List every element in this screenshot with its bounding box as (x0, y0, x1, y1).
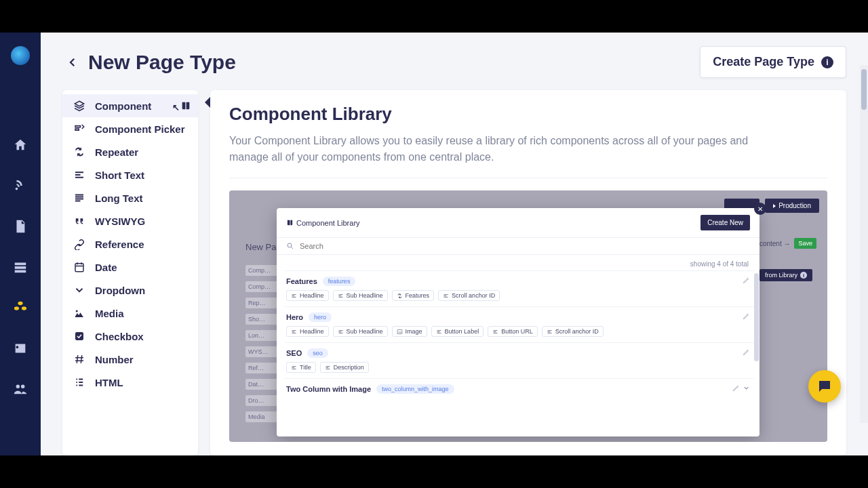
field-label: Repeater (95, 146, 138, 158)
panel-description: Your Component Library allows you to eas… (229, 133, 779, 165)
svg-point-3 (288, 243, 292, 247)
field-type-long-text[interactable]: Long Text (62, 186, 198, 209)
picker-icon (72, 123, 87, 135)
field-type-component[interactable]: Component↖ (62, 94, 198, 117)
library-preview: Production New Page is content → Save fr… (229, 190, 827, 442)
field-label: Checkbox (95, 331, 144, 342)
field-chip: Scroll anchor ID (542, 326, 604, 337)
calendar-icon (72, 261, 87, 273)
info-icon: i (800, 272, 807, 279)
library-row[interactable]: Two Column with Image two_column_with_im… (285, 378, 754, 403)
chevron-down-icon (72, 284, 87, 296)
svg-rect-2 (75, 332, 83, 340)
field-type-number[interactable]: Number (62, 348, 198, 371)
panel-title: Component Library (229, 104, 827, 125)
field-chip: Scroll anchor ID (438, 290, 500, 301)
field-chip: Button URL (488, 326, 538, 337)
panel-component-library: Component Library Your Component Library… (210, 90, 846, 455)
field-chip: Image (392, 326, 427, 337)
field-type-checkbox[interactable]: Checkbox (62, 325, 198, 348)
field-label: Dropdown (95, 285, 145, 296)
row-name: Features (286, 277, 317, 285)
create-page-type-label: Create Page Type (713, 55, 814, 69)
field-chip: Description (320, 362, 369, 373)
library-row[interactable]: Hero hero HeadlineSub HeadlineImageButto… (285, 306, 754, 342)
field-type-list: Component↖Component PickerRepeaterShort … (62, 90, 198, 455)
field-chip: Sub Headline (333, 290, 388, 301)
list-scrollbar[interactable] (754, 273, 760, 434)
library-row[interactable]: Features features HeadlineSub HeadlineFe… (285, 270, 754, 306)
layers-icon (72, 100, 87, 112)
nav-media-icon[interactable] (11, 339, 30, 358)
svg-rect-4 (397, 329, 402, 333)
field-label: Component (95, 100, 151, 112)
field-type-component-picker[interactable]: Component Picker (62, 117, 198, 140)
create-page-type-button[interactable]: Create Page Type i (700, 46, 846, 78)
field-label: WYSIWYG (95, 216, 145, 227)
library-row[interactable]: SEO seo TitleDescription (285, 342, 754, 378)
field-label: Short Text (95, 169, 144, 181)
nav-home-icon[interactable] (11, 136, 30, 155)
row-slug: seo (307, 348, 328, 358)
edit-row-button[interactable] (743, 348, 750, 356)
row-name: Hero (286, 313, 303, 321)
field-chip: Sub Headline (333, 326, 388, 337)
row-slug: hero (309, 312, 332, 322)
field-chip: Button Label (431, 326, 484, 337)
edit-row-button[interactable] (743, 312, 750, 320)
edit-row-button[interactable] (743, 277, 750, 284)
nav-users-icon[interactable] (11, 380, 30, 399)
field-chip: Headline (286, 326, 329, 337)
field-chip: Title (286, 362, 316, 373)
row-name: SEO (286, 349, 302, 357)
back-button[interactable] (62, 52, 83, 73)
field-label: HTML (95, 377, 123, 388)
panel-divider (229, 178, 827, 178)
field-label: Component Picker (95, 123, 185, 135)
help-fab-button[interactable] (808, 370, 841, 403)
search-icon (286, 242, 294, 250)
nav-pages-icon[interactable] (11, 217, 30, 236)
mock-save-button: Save (794, 238, 816, 249)
cursor-icon: ↖ (172, 102, 180, 113)
list-icon (72, 376, 87, 388)
dialog-title-label: Component Library (296, 219, 360, 227)
svg-point-1 (76, 310, 78, 312)
dialog-title: Component Library (286, 219, 360, 227)
chevron-down-icon (743, 384, 750, 392)
dialog-close-button[interactable]: ✕ (754, 203, 766, 215)
play-icon (773, 204, 776, 208)
library-search-input[interactable] (300, 242, 750, 250)
info-icon: i (821, 56, 833, 68)
field-chip: Headline (286, 290, 329, 301)
field-type-repeater[interactable]: Repeater (62, 140, 198, 163)
hash-icon (72, 353, 87, 365)
mock-from-library-button: from Library i (760, 269, 812, 281)
lines-long-icon (72, 192, 87, 204)
field-type-reference[interactable]: Reference (62, 232, 198, 256)
link-icon (72, 238, 87, 250)
nav-components-icon[interactable] (11, 298, 30, 317)
checkbox-icon (72, 330, 87, 342)
page-header: New Page Type Create Page Type i (62, 33, 846, 90)
field-type-short-text[interactable]: Short Text (62, 163, 198, 186)
create-new-button[interactable]: Create New (701, 215, 750, 230)
panel-pointer-icon (205, 97, 210, 108)
nav-blog-icon[interactable] (11, 176, 30, 195)
app-logo-icon (11, 46, 30, 65)
repeat-icon (72, 146, 87, 158)
results-count: showing 4 of 4 total (277, 255, 760, 270)
field-type-html[interactable]: HTML (62, 371, 198, 394)
nav-tables-icon[interactable] (11, 258, 30, 277)
quote-icon (72, 215, 87, 227)
field-type-dropdown[interactable]: Dropdown (62, 279, 198, 302)
page-scrollbar[interactable] (860, 65, 868, 423)
field-label: Media (95, 308, 124, 319)
edit-row-button[interactable] (732, 384, 750, 392)
sidebar-rail (0, 33, 41, 455)
field-type-date[interactable]: Date (62, 256, 198, 279)
field-type-wysiwyg[interactable]: WYSIWYG (62, 209, 198, 232)
field-type-media[interactable]: Media (62, 302, 198, 325)
field-label: Long Text (95, 192, 143, 204)
mock-badge-production: Production (765, 199, 819, 213)
